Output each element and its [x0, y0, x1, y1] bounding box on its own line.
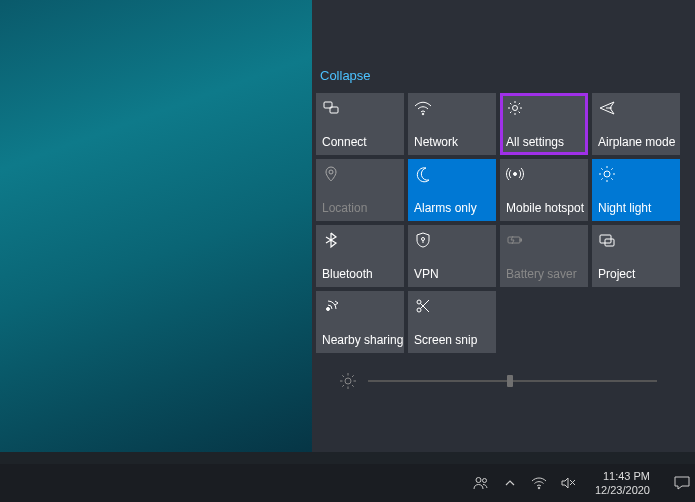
quick-action-tiles: ConnectNetworkAll settingsAirplane modeL…: [316, 93, 695, 353]
tile-connect[interactable]: Connect: [316, 93, 404, 155]
bluetooth-icon: [322, 231, 340, 249]
hotspot-icon: [506, 165, 524, 183]
svg-line-31: [342, 385, 344, 387]
collapse-button[interactable]: Collapse: [312, 0, 695, 93]
tile-label: VPN: [414, 267, 439, 281]
tile-mobile-hotspot[interactable]: Mobile hotspot: [500, 159, 588, 221]
tile-airplane-mode[interactable]: Airplane mode: [592, 93, 680, 155]
tile-label: Project: [598, 267, 635, 281]
taskbar-date: 12/23/2020: [595, 483, 650, 497]
tile-alarms-only[interactable]: Alarms only: [408, 159, 496, 221]
tile-label: Night light: [598, 201, 651, 215]
tile-bluetooth[interactable]: Bluetooth: [316, 225, 404, 287]
svg-line-32: [352, 375, 354, 377]
gear-icon: [506, 99, 524, 117]
snip-icon: [414, 297, 432, 315]
svg-point-24: [345, 378, 351, 384]
tile-screen-snip[interactable]: Screen snip: [408, 291, 496, 353]
tile-nearby-sharing[interactable]: Nearby sharing: [316, 291, 404, 353]
tile-label: Network: [414, 135, 458, 149]
tile-label: Mobile hotspot: [506, 201, 584, 215]
network-icon: [414, 99, 432, 117]
nightlight-icon: [598, 165, 616, 183]
tile-label: Connect: [322, 135, 367, 149]
tile-label: Airplane mode: [598, 135, 675, 149]
tile-label: All settings: [506, 135, 564, 149]
taskbar-time: 11:43 PM: [595, 469, 650, 483]
desktop-background: [0, 0, 312, 452]
taskbar-clock[interactable]: 11:43 PM 12/23/2020: [595, 469, 650, 497]
brightness-slider-row: [340, 373, 687, 389]
tile-vpn[interactable]: VPN: [408, 225, 496, 287]
svg-point-5: [514, 173, 517, 176]
project-icon: [598, 231, 616, 249]
svg-point-21: [327, 308, 330, 311]
svg-point-35: [538, 487, 540, 489]
svg-point-22: [417, 300, 421, 304]
tray-chevron-icon[interactable]: [502, 475, 518, 491]
brightness-slider-thumb[interactable]: [507, 375, 513, 387]
connect-icon: [322, 99, 340, 117]
svg-point-15: [422, 238, 425, 241]
svg-point-6: [604, 171, 610, 177]
action-center-icon[interactable]: [673, 474, 691, 492]
svg-line-29: [342, 375, 344, 377]
tile-label: Bluetooth: [322, 267, 373, 281]
wifi-icon[interactable]: [531, 475, 547, 491]
tile-label: Location: [322, 201, 367, 215]
tile-project[interactable]: Project: [592, 225, 680, 287]
volume-muted-icon[interactable]: [560, 475, 576, 491]
svg-line-13: [601, 178, 602, 179]
vpn-icon: [414, 231, 432, 249]
svg-point-34: [482, 479, 486, 483]
tile-location[interactable]: Location: [316, 159, 404, 221]
svg-point-2: [422, 113, 424, 115]
tile-all-settings[interactable]: All settings: [500, 93, 588, 155]
brightness-icon: [340, 373, 356, 389]
tile-label: Battery saver: [506, 267, 577, 281]
airplane-icon: [598, 99, 616, 117]
action-center-panel: Collapse ConnectNetworkAll settingsAirpl…: [312, 0, 695, 452]
svg-line-30: [352, 385, 354, 387]
svg-point-23: [417, 308, 421, 312]
svg-line-12: [611, 178, 612, 179]
tile-network[interactable]: Network: [408, 93, 496, 155]
tile-battery-saver[interactable]: Battery saver: [500, 225, 588, 287]
system-tray: 11:43 PM 12/23/2020: [473, 469, 691, 497]
svg-point-3: [513, 106, 518, 111]
location-icon: [322, 165, 340, 183]
tile-night-light[interactable]: Night light: [592, 159, 680, 221]
svg-point-4: [329, 170, 333, 174]
brightness-slider[interactable]: [368, 380, 657, 382]
moon-icon: [414, 165, 432, 183]
svg-line-14: [611, 168, 612, 169]
svg-rect-18: [520, 239, 522, 241]
svg-line-11: [601, 168, 602, 169]
battery-icon: [506, 231, 524, 249]
taskbar: 11:43 PM 12/23/2020: [0, 464, 695, 502]
nearby-icon: [322, 297, 340, 315]
svg-point-33: [476, 478, 481, 483]
tile-label: Nearby sharing: [322, 333, 403, 347]
tile-label: Alarms only: [414, 201, 477, 215]
people-icon[interactable]: [473, 475, 489, 491]
tile-label: Screen snip: [414, 333, 477, 347]
